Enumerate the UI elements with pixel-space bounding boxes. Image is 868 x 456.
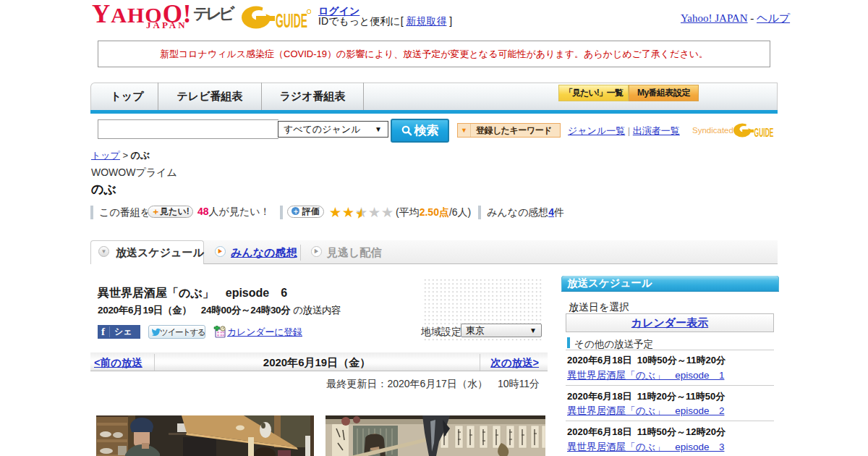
svg-text:GUIDE: GUIDE xyxy=(276,9,307,29)
svg-text:GUIDE: GUIDE xyxy=(754,126,774,140)
